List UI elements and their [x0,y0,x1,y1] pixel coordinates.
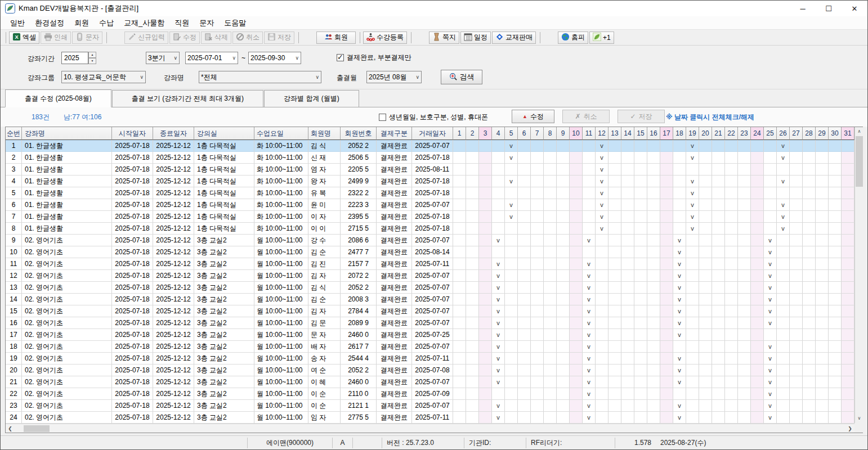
attendance-cell[interactable] [712,341,725,353]
attendance-cell[interactable] [583,246,596,258]
attendance-cell[interactable] [505,341,518,353]
day-column-header[interactable]: 23 [738,127,751,140]
attendance-cell[interactable] [621,246,634,258]
attendance-check-cell[interactable]: v [686,211,699,223]
attendance-check-cell[interactable]: v [505,176,518,187]
attendance-cell[interactable] [725,211,738,223]
attendance-check-cell[interactable]: v [673,305,686,317]
attendance-cell[interactable] [531,176,544,187]
attendance-cell[interactable] [712,364,725,376]
attendance-cell[interactable] [790,282,803,294]
attendance-check-cell[interactable]: v [673,400,686,412]
day-column-header[interactable]: 29 [816,127,829,140]
attendance-cell[interactable] [764,176,777,187]
attendance-cell[interactable] [842,258,854,270]
payment-filter-checkbox[interactable]: 결제완료, 부분결제만 [337,53,411,62]
attendance-check-cell[interactable]: v [505,152,518,164]
attendance-cell[interactable] [570,176,583,187]
attendance-cell[interactable] [712,211,725,223]
date-from-select[interactable]: 2025-07-01∨ [185,52,238,64]
table-row[interactable]: 601. 한글생활2025-07-182025-12-121층 다목적실화 10… [6,199,854,211]
attendance-check-cell[interactable]: v [583,412,596,424]
attendance-cell[interactable] [803,235,816,246]
attendance-check-cell[interactable]: v [777,223,790,235]
attendance-check-cell[interactable]: v [764,353,777,364]
attendance-cell[interactable] [570,364,583,376]
attendance-cell[interactable] [609,341,621,353]
attendance-cell[interactable] [466,270,479,282]
schedule-button[interactable]: 일정 [460,32,491,44]
attendance-cell[interactable] [647,152,660,164]
attendance-cell[interactable] [531,199,544,211]
attendance-check-cell[interactable]: v [492,258,505,270]
attendance-cell[interactable] [479,211,492,223]
attendance-cell[interactable] [686,164,699,176]
attendance-cell[interactable] [660,223,673,235]
attendance-cell[interactable] [596,235,609,246]
attendance-cell[interactable] [673,223,686,235]
attendance-cell[interactable] [712,258,725,270]
attendance-cell[interactable] [725,329,738,341]
attendance-cell[interactable] [505,246,518,258]
attendance-cell[interactable] [816,211,829,223]
day-column-header[interactable]: 4 [492,127,505,140]
attendance-cell[interactable] [790,270,803,282]
attendance-cell[interactable] [790,294,803,305]
privacy-columns-checkbox[interactable]: 생년월일, 보호구분, 성별, 휴대폰 [379,112,488,122]
attendance-cell[interactable] [647,211,660,223]
attendance-cell[interactable] [764,164,777,176]
attendance-cell[interactable] [557,140,570,152]
attendance-cell[interactable] [544,400,557,412]
attendance-cell[interactable] [531,376,544,388]
day-column-header[interactable]: 19 [686,127,699,140]
attendance-cell[interactable] [583,187,596,199]
attendance-cell[interactable] [609,364,621,376]
attendance-cell[interactable] [570,235,583,246]
attendance-cell[interactable] [557,376,570,388]
attendance-cell[interactable] [738,329,751,341]
attendance-cell[interactable] [621,341,634,353]
attendance-cell[interactable] [803,176,816,187]
attendance-check-cell[interactable]: v [596,199,609,211]
attendance-cell[interactable] [479,400,492,412]
attendance-cell[interactable] [712,270,725,282]
attendance-check-cell[interactable]: v [673,329,686,341]
attendance-cell[interactable] [647,294,660,305]
attendance-cell[interactable] [557,400,570,412]
attendance-cell[interactable] [544,282,557,294]
attendance-cell[interactable] [673,211,686,223]
attendance-cell[interactable] [531,246,544,258]
attendance-cell[interactable] [466,152,479,164]
attendance-cell[interactable] [738,164,751,176]
attendance-cell[interactable] [634,388,647,400]
attendance-cell[interactable] [673,164,686,176]
attendance-cell[interactable] [829,199,842,211]
table-row[interactable]: 401. 한글생활2025-07-182025-12-121층 다목적실화 10… [6,176,854,187]
attendance-cell[interactable] [479,376,492,388]
attendance-cell[interactable] [544,164,557,176]
attendance-cell[interactable] [544,305,557,317]
attendance-cell[interactable] [790,199,803,211]
print-button[interactable]: 인쇄 [41,32,71,44]
attendance-cell[interactable] [738,294,751,305]
attendance-cell[interactable] [712,353,725,364]
attendance-cell[interactable] [803,317,816,329]
attendance-cell[interactable] [816,235,829,246]
attendance-cell[interactable] [790,305,803,317]
attendance-cell[interactable] [725,176,738,187]
attendance-cell[interactable] [531,282,544,294]
attendance-cell[interactable] [634,152,647,164]
day-column-header[interactable]: 25 [764,127,777,140]
attendance-cell[interactable] [531,341,544,353]
attendance-cell[interactable] [751,246,764,258]
attendance-cell[interactable] [699,235,712,246]
attendance-cell[interactable] [725,412,738,424]
menu-item[interactable]: 문자 [194,18,219,28]
attendance-cell[interactable] [583,176,596,187]
attendance-cell[interactable] [557,412,570,424]
attendance-cell[interactable] [621,376,634,388]
attendance-cell[interactable] [829,164,842,176]
attendance-cell[interactable] [492,211,505,223]
attendance-cell[interactable] [803,305,816,317]
attendance-cell[interactable] [725,187,738,199]
